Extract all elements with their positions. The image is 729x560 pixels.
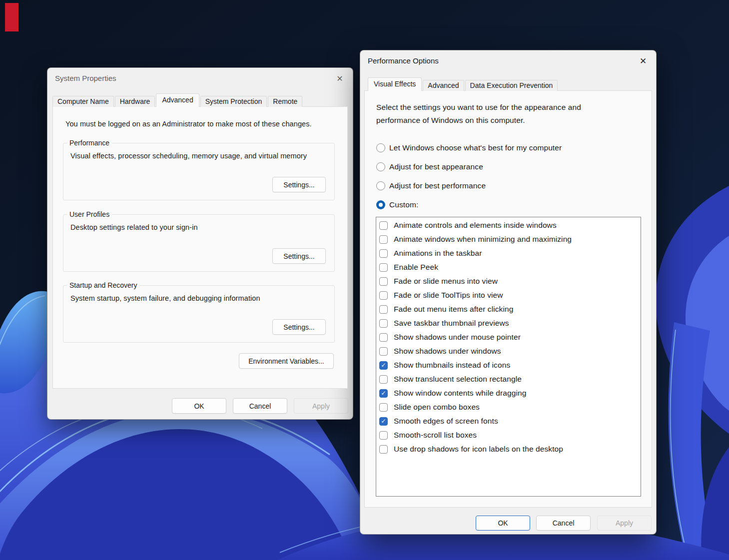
radio-let-windows-choose[interactable]: Let Windows choose what's best for my co… — [376, 141, 562, 154]
performance-settings-button[interactable]: Settings... — [272, 177, 326, 192]
performance-options-window: Performance Options ✕ Visual Effects Adv… — [360, 50, 657, 535]
checkbox-unchecked-icon[interactable] — [379, 249, 388, 258]
user-profiles-settings-button[interactable]: Settings... — [272, 248, 326, 264]
visual-effect-row[interactable]: Fade or slide ToolTips into view — [376, 288, 641, 302]
radio-label: Let Windows choose what's best for my co… — [389, 143, 562, 152]
performance-options-titlebar[interactable]: Performance Options ✕ — [360, 50, 656, 70]
visual-effect-row[interactable]: Fade out menu items after clicking — [376, 302, 641, 316]
visual-effect-row[interactable]: ✓Show window contents while dragging — [376, 386, 641, 400]
visual-effect-row[interactable]: Animations in the taskbar — [376, 246, 641, 260]
radio-icon[interactable] — [376, 200, 385, 209]
checkbox-checked-icon[interactable]: ✓ — [379, 361, 388, 370]
visual-effect-row[interactable]: ✓Smooth edges of screen fonts — [376, 414, 641, 428]
checkbox-unchecked-icon[interactable] — [379, 305, 388, 314]
ok-button[interactable]: OK — [172, 398, 226, 414]
visual-effect-row[interactable]: Show shadows under mouse pointer — [376, 330, 641, 344]
cancel-button[interactable]: Cancel — [536, 516, 591, 531]
group-label: Performance — [67, 139, 112, 147]
visual-effect-label: Show window contents while dragging — [394, 389, 526, 398]
visual-effect-row[interactable]: Animate controls and elements inside win… — [376, 218, 641, 232]
ok-button[interactable]: OK — [476, 516, 530, 531]
checkbox-unchecked-icon[interactable] — [379, 319, 388, 328]
radio-icon[interactable] — [376, 143, 385, 152]
group-label: User Profiles — [67, 210, 112, 218]
checkbox-unchecked-icon[interactable] — [379, 263, 388, 272]
admin-note: You must be logged on as an Administrato… — [65, 120, 312, 128]
visual-effect-row[interactable]: Fade or slide menus into view — [376, 274, 641, 288]
visual-effect-label: Use drop shadows for icon labels on the … — [394, 445, 563, 454]
visual-effect-label: Smooth edges of screen fonts — [394, 417, 498, 426]
radio-best-performance[interactable]: Adjust for best performance — [376, 179, 486, 192]
startup-recovery-group: Startup and Recovery System startup, sys… — [63, 285, 335, 343]
visual-effect-label: Animate windows when minimizing and maxi… — [394, 235, 572, 244]
visual-effect-row[interactable]: Show shadows under windows — [376, 344, 641, 358]
environment-variables-button[interactable]: Environment Variables... — [239, 353, 334, 369]
radio-label: Custom: — [389, 200, 418, 209]
checkbox-unchecked-icon[interactable] — [379, 277, 388, 286]
radio-label: Adjust for best performance — [389, 181, 486, 190]
visual-effect-row[interactable]: Animate windows when minimizing and maxi… — [376, 232, 641, 246]
visual-effect-row[interactable]: Use drop shadows for icon labels on the … — [376, 442, 641, 456]
apply-button[interactable]: Apply — [294, 398, 348, 414]
settings-description: Select the settings you want to use for … — [376, 101, 581, 127]
visual-effect-label: Show shadows under windows — [394, 347, 501, 356]
tab-visual-effects[interactable]: Visual Effects — [368, 77, 422, 91]
user-profiles-group: User Profiles Desktop settings related t… — [63, 214, 335, 272]
tab-advanced[interactable]: Advanced — [156, 93, 199, 107]
visual-effect-label: Smooth-scroll list boxes — [394, 431, 477, 440]
checkbox-unchecked-icon[interactable] — [379, 403, 388, 412]
system-properties-window: System Properties ✕ Computer Name Hardwa… — [47, 67, 353, 420]
radio-custom[interactable]: Custom: — [376, 198, 418, 211]
visual-effect-row[interactable]: Enable Peek — [376, 260, 641, 274]
group-description: System startup, system failure, and debu… — [70, 294, 260, 302]
checkbox-checked-icon[interactable]: ✓ — [379, 389, 388, 398]
visual-effect-label: Show translucent selection rectangle — [394, 375, 522, 384]
window-title: Performance Options — [368, 50, 439, 71]
tab-hardware[interactable]: Hardware — [115, 96, 155, 107]
close-icon[interactable]: ✕ — [334, 72, 346, 84]
checkbox-unchecked-icon[interactable] — [379, 235, 388, 244]
checkbox-unchecked-icon[interactable] — [379, 347, 388, 356]
checkbox-unchecked-icon[interactable] — [379, 221, 388, 230]
checkbox-unchecked-icon[interactable] — [379, 291, 388, 300]
advanced-tab-page: You must be logged on as an Administrato… — [52, 106, 348, 389]
visual-effect-label: Save taskbar thumbnail previews — [394, 319, 509, 328]
visual-effect-row[interactable]: Smooth-scroll list boxes — [376, 428, 641, 442]
checkbox-unchecked-icon[interactable] — [379, 333, 388, 342]
visual-effects-list[interactable]: Animate controls and elements inside win… — [376, 217, 641, 497]
close-icon[interactable]: ✕ — [637, 55, 649, 67]
group-label: Startup and Recovery — [67, 281, 139, 289]
visual-effect-label: Slide open combo boxes — [394, 403, 480, 412]
visual-effects-tab-page: Select the settings you want to use for … — [364, 90, 652, 508]
tab-data-execution-prevention[interactable]: Data Execution Prevention — [465, 80, 558, 91]
description-line: Select the settings you want to use for … — [376, 101, 581, 114]
apply-button[interactable]: Apply — [597, 516, 652, 531]
cancel-button[interactable]: Cancel — [233, 398, 287, 414]
radio-icon[interactable] — [376, 181, 385, 190]
visual-effect-row[interactable]: Show translucent selection rectangle — [376, 372, 641, 386]
visual-effect-row[interactable]: Save taskbar thumbnail previews — [376, 316, 641, 330]
group-description: Visual effects, processor scheduling, me… — [70, 152, 307, 160]
performance-group: Performance Visual effects, processor sc… — [63, 143, 335, 200]
window-title: System Properties — [55, 68, 116, 89]
group-description: Desktop settings related to your sign-in — [70, 223, 198, 231]
tab-system-protection[interactable]: System Protection — [200, 96, 267, 107]
tab-advanced[interactable]: Advanced — [423, 80, 464, 91]
system-properties-titlebar[interactable]: System Properties ✕ — [47, 68, 353, 88]
checkbox-checked-icon[interactable]: ✓ — [379, 417, 388, 426]
description-line: performance of Windows on this computer. — [376, 114, 581, 127]
radio-best-appearance[interactable]: Adjust for best appearance — [376, 160, 483, 173]
visual-effect-label: Show thumbnails instead of icons — [394, 361, 510, 370]
radio-icon[interactable] — [376, 162, 385, 171]
checkbox-unchecked-icon[interactable] — [379, 445, 388, 454]
tab-remote[interactable]: Remote — [268, 96, 302, 107]
visual-effect-label: Fade or slide ToolTips into view — [394, 291, 503, 300]
visual-effect-row[interactable]: ✓Show thumbnails instead of icons — [376, 358, 641, 372]
visual-effect-row[interactable]: Slide open combo boxes — [376, 400, 641, 414]
visual-effect-label: Show shadows under mouse pointer — [394, 333, 521, 342]
tab-computer-name[interactable]: Computer Name — [52, 96, 114, 107]
checkbox-unchecked-icon[interactable] — [379, 431, 388, 440]
startup-recovery-settings-button[interactable]: Settings... — [272, 319, 326, 335]
checkbox-unchecked-icon[interactable] — [379, 375, 388, 384]
radio-label: Adjust for best appearance — [389, 162, 483, 171]
